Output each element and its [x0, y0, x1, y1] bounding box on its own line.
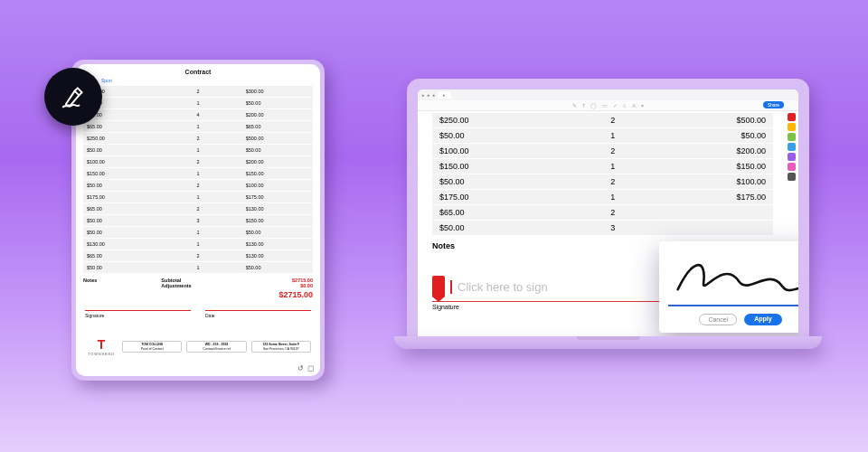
tool-icon[interactable]: ⎌	[623, 103, 627, 108]
laptop-device: ●●● ▸ ✎ T ◯ ▭ ✓ ⎌ A ▾ Share $250.002$500…	[407, 79, 809, 349]
color-swatch[interactable]	[788, 123, 796, 131]
signature-canvas[interactable]	[668, 249, 798, 306]
tool-icon[interactable]: ◯	[590, 102, 597, 108]
signature-popup: Cancel Apply	[659, 241, 798, 333]
pdf-toolbar: ✎ T ◯ ▭ ✓ ⎌ A ▾	[418, 100, 798, 111]
table-row: $50.001$50.00	[432, 128, 773, 143]
cancel-button[interactable]: Cancel	[699, 314, 737, 325]
line-items-table: $250.002$500.00$50.001$50.00$100.002$200…	[418, 111, 798, 235]
total-value: $2715.00	[76, 288, 320, 305]
table-row: $100.002$200.00	[83, 156, 313, 167]
signature-label: Signature	[85, 313, 191, 318]
table-row: $50.002$100.00	[432, 174, 773, 189]
table-row: $50.001$50.00	[83, 262, 313, 273]
page-title: Contract	[185, 69, 212, 75]
color-swatch[interactable]	[788, 163, 796, 171]
tablet-device: ‹ Contract Home Sport $150.002$300.00$50…	[71, 60, 325, 381]
tool-icon[interactable]: ▭	[602, 102, 608, 108]
tool-icon[interactable]: ▾	[641, 102, 644, 108]
browser-tab-bar: ●●● ▸	[418, 89, 798, 100]
tab-sport[interactable]: Sport	[101, 78, 112, 83]
date-label: Date	[205, 313, 311, 318]
table-row: $65.002	[432, 205, 773, 220]
adjustments-value: $0.00	[300, 283, 313, 288]
table-row: $50.003	[432, 221, 773, 235]
table-row: $50.002$100.00	[83, 180, 313, 191]
sign-here-field[interactable]: Click here to sign	[450, 280, 548, 294]
browser-tab[interactable]: ▸	[438, 91, 451, 99]
adjustments-label: Adjustments	[161, 283, 191, 288]
apply-button[interactable]: Apply	[744, 314, 781, 325]
history-icon[interactable]: ↺	[297, 364, 304, 372]
table-row: $65.002$130.00	[83, 203, 313, 214]
tool-icon[interactable]: T	[582, 103, 586, 108]
table-row: $50.001$50.00	[83, 98, 313, 108]
table-row: $50.001$50.00	[83, 227, 313, 238]
table-row: $65.002$130.00	[83, 250, 313, 261]
table-row: $150.002$300.00	[83, 86, 313, 97]
contact-chip: TOM COLLINSPoint of Contact	[122, 341, 182, 353]
color-swatch[interactable]	[788, 173, 796, 181]
color-swatch[interactable]	[788, 143, 796, 151]
brand-logo: T TOWNSEND	[85, 337, 118, 356]
tablet-screen: ‹ Contract Home Sport $150.002$300.00$50…	[76, 64, 320, 376]
color-swatch[interactable]	[788, 113, 796, 121]
tablet-tabs: Home Sport	[76, 77, 320, 86]
table-row: $150.001$150.00	[83, 168, 313, 179]
table-row: $50.001$50.00	[83, 145, 313, 155]
laptop-base	[394, 336, 822, 349]
line-items-table: $150.002$300.00$50.001$50.00$50.004$200.…	[76, 86, 320, 273]
table-row: $65.001$65.00	[83, 121, 313, 132]
notes-label: Notes	[83, 278, 161, 288]
ref-chip: WD - 218 - 2023Contract/Invoice ref	[186, 341, 246, 353]
color-palette	[786, 113, 797, 181]
table-row: $100.002$200.00	[432, 144, 773, 158]
table-row: $250.002$500.00	[83, 133, 313, 144]
table-row: $50.004$200.00	[83, 109, 313, 120]
color-swatch[interactable]	[788, 153, 796, 161]
tool-icon[interactable]: ✎	[572, 102, 577, 108]
share-button[interactable]: Share	[763, 101, 784, 108]
signature-feature-badge	[44, 68, 102, 126]
tool-icon[interactable]: A	[632, 103, 636, 108]
tool-icon[interactable]: ✓	[613, 102, 618, 108]
table-row: $130.001$130.00	[83, 239, 313, 250]
table-row: $150.001$150.00	[432, 159, 773, 174]
pen-signature-icon	[59, 82, 88, 111]
table-row: $50.003$150.00	[83, 215, 313, 226]
address-chip: 123 Some Street, Suite FSan Francisco, C…	[251, 341, 311, 353]
table-row: $250.002$500.00	[432, 113, 773, 127]
adobe-sign-badge-icon	[432, 276, 445, 297]
table-row: $175.001$175.00	[83, 192, 313, 202]
color-swatch[interactable]	[788, 133, 796, 141]
table-row: $175.001$175.00	[432, 190, 773, 204]
laptop-screen: ●●● ▸ ✎ T ◯ ▭ ✓ ⎌ A ▾ Share $250.002$500…	[418, 89, 798, 336]
document-icon[interactable]: ▢	[307, 364, 315, 372]
